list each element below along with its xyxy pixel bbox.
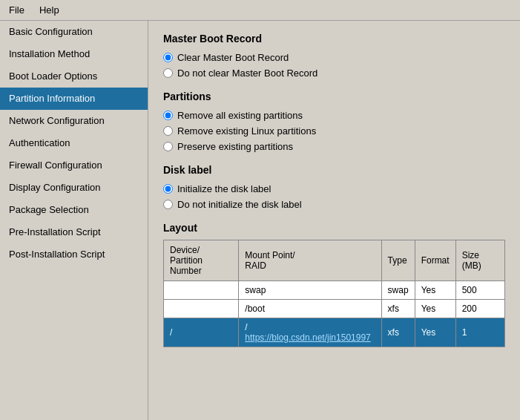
cell-device: / <box>164 318 239 347</box>
col-header-type: Type <box>381 240 415 281</box>
sidebar-item-package-selection[interactable]: Package Selection <box>0 199 148 221</box>
cell-format: Yes <box>415 318 455 347</box>
partitions-title: Partitions <box>163 91 505 102</box>
cell-type: xfs <box>381 318 415 347</box>
mbr-option-clear[interactable]: Clear Master Boot Record <box>163 52 505 63</box>
cell-size: 500 <box>455 281 504 300</box>
disk-label-label-no-init: Do not initialize the disk label <box>177 199 302 210</box>
disk-label-radio-no-init[interactable] <box>163 200 173 209</box>
col-header-size: Size (MB) <box>455 240 504 281</box>
table-row[interactable]: /boot xfs Yes 200 <box>164 300 505 318</box>
cell-device <box>164 300 239 318</box>
cell-format: Yes <box>415 281 455 300</box>
cell-format: Yes <box>415 300 455 318</box>
table-row-selected[interactable]: / / https://blog.csdn.net/jin1501997 xfs… <box>164 318 505 347</box>
cell-type: swap <box>381 281 415 300</box>
url-link[interactable]: https://blog.csdn.net/jin1501997 <box>245 332 370 343</box>
disk-label-label-init: Initialize the disk label <box>177 183 271 194</box>
mbr-radio-group: Clear Master Boot Record Do not clear Ma… <box>163 52 505 79</box>
sidebar: Basic Configuration Installation Method … <box>0 21 148 420</box>
menu-help[interactable]: Help <box>36 3 62 17</box>
col-header-format: Format <box>415 240 455 281</box>
cell-mount: / https://blog.csdn.net/jin1501997 <box>239 318 381 347</box>
sidebar-item-network-configuration[interactable]: Network Configuration <box>0 110 148 132</box>
partitions-label-remove-linux: Remove existing Linux partitions <box>177 125 316 137</box>
table-row[interactable]: swap swap Yes 500 <box>164 281 505 300</box>
cell-size: 1 <box>455 318 504 347</box>
partitions-radio-preserve[interactable] <box>163 142 173 151</box>
col-header-mount: Mount Point/ RAID <box>239 240 381 281</box>
sidebar-item-post-installation-script[interactable]: Post-Installation Script <box>0 243 148 266</box>
disk-label-radio-init[interactable] <box>163 184 173 194</box>
mbr-title: Master Boot Record <box>163 33 505 45</box>
partitions-radio-remove-all[interactable] <box>163 111 173 120</box>
mbr-radio-no-clear[interactable] <box>163 68 173 78</box>
disk-label-option-no-init[interactable]: Do not initialize the disk label <box>163 199 505 210</box>
sidebar-item-installation-method[interactable]: Installation Method <box>0 43 148 65</box>
mbr-label-clear: Clear Master Boot Record <box>177 52 289 63</box>
mbr-option-no-clear[interactable]: Do not clear Master Boot Record <box>163 68 505 79</box>
cell-type: xfs <box>381 300 415 318</box>
col-header-device: Device/ Partition Number <box>164 240 239 281</box>
partitions-label-remove-all: Remove all existing partitions <box>177 110 303 121</box>
cell-size: 200 <box>455 300 504 318</box>
table-header-row: Device/ Partition Number Mount Point/ RA… <box>164 240 505 281</box>
disk-label-radio-group: Initialize the disk label Do not initial… <box>163 183 505 210</box>
sidebar-item-pre-installation-script[interactable]: Pre-Installation Script <box>0 221 148 243</box>
menu-file[interactable]: File <box>6 3 27 17</box>
partitions-option-remove-linux[interactable]: Remove existing Linux partitions <box>163 125 505 137</box>
partitions-radio-remove-linux[interactable] <box>163 126 173 136</box>
layout-title: Layout <box>163 222 505 234</box>
sidebar-item-basic-config[interactable]: Basic Configuration <box>0 21 148 43</box>
mbr-label-no-clear: Do not clear Master Boot Record <box>177 68 317 79</box>
disk-label-option-init[interactable]: Initialize the disk label <box>163 183 505 194</box>
sidebar-item-partition-information[interactable]: Partition Information <box>0 88 148 110</box>
cell-mount: swap <box>239 281 381 300</box>
sidebar-item-firewall-configuration[interactable]: Firewall Configuration <box>0 154 148 177</box>
mbr-radio-clear[interactable] <box>163 53 173 62</box>
layout-table: Device/ Partition Number Mount Point/ RA… <box>163 240 505 347</box>
menubar: File Help <box>0 0 520 21</box>
partitions-label-preserve: Preserve existing partitions <box>177 141 293 152</box>
sidebar-item-display-configuration[interactable]: Display Configuration <box>0 177 148 199</box>
partitions-option-remove-all[interactable]: Remove all existing partitions <box>163 110 505 121</box>
cell-mount: /boot <box>239 300 381 318</box>
partitions-option-preserve[interactable]: Preserve existing partitions <box>163 141 505 152</box>
disk-label-title: Disk label <box>163 164 505 176</box>
main-content: Master Boot Record Clear Master Boot Rec… <box>148 21 520 420</box>
sidebar-item-authentication[interactable]: Authentication <box>0 132 148 154</box>
sidebar-item-boot-loader-options[interactable]: Boot Loader Options <box>0 65 148 88</box>
partitions-radio-group: Remove all existing partitions Remove ex… <box>163 110 505 152</box>
cell-device <box>164 281 239 300</box>
